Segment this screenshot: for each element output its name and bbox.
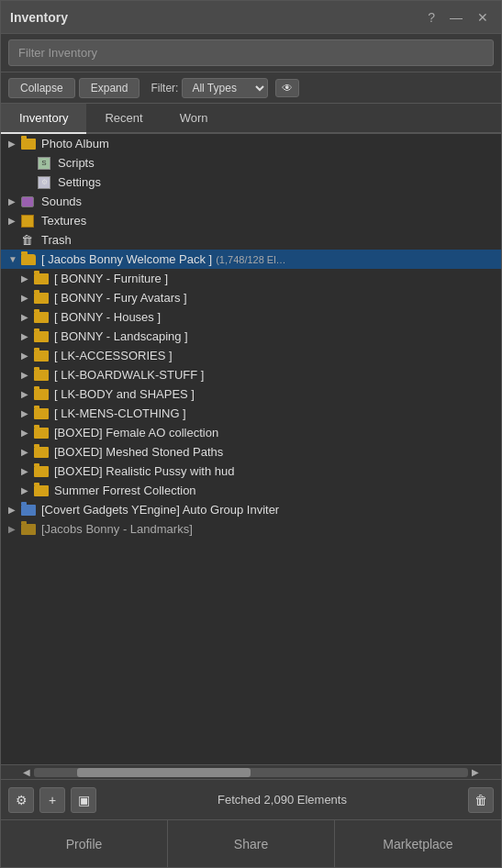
list-item[interactable]: ⚙ Settings (1, 172, 501, 192)
list-item[interactable]: ▶ [BOXED] Realistic Pussy with hud (1, 462, 501, 481)
folder-icon (21, 504, 38, 517)
item-label: [BOXED] Realistic Pussy with hud (54, 464, 235, 478)
tree-arrow: ▶ (21, 293, 34, 303)
tree-arrow: ▶ (21, 447, 34, 457)
close-button[interactable]: ✕ (474, 8, 492, 27)
tree-arrow: ▶ (21, 273, 34, 284)
search-bar (1, 34, 501, 72)
status-text: Fetched 2,090 Elements (102, 793, 463, 807)
folder-button[interactable]: ▣ (71, 787, 96, 813)
item-label: [ Jacobs Bonny Welcome Pack ] (41, 252, 212, 266)
item-label: [ BONNY - Furniture ] (54, 272, 168, 285)
collapse-button[interactable]: Collapse (8, 78, 75, 98)
tree-arrow: ▶ (21, 370, 34, 380)
minimize-button[interactable]: — (446, 8, 466, 27)
item-label: [Jacobs Bonny - Landmarks] (41, 522, 193, 536)
titlebar-controls: ? — ✕ (424, 8, 492, 27)
footer-tab-share[interactable]: Share (168, 820, 335, 867)
filter-select[interactable]: All Types Animations Body Parts Clothing… (182, 78, 268, 98)
list-item[interactable]: ▶ [ LK-BOARDWALK-STUFF ] (1, 365, 501, 384)
scroll-right-arrow[interactable]: ▶ (468, 767, 483, 777)
list-item[interactable]: ▶ [BOXED] Meshed Stoned Paths (1, 442, 501, 462)
item-label: Settings (58, 175, 101, 189)
item-label: Scripts (58, 156, 95, 170)
footer-tab-profile[interactable]: Profile (1, 820, 168, 867)
item-label: [ BONNY - Landscaping ] (54, 329, 188, 343)
script-icon: S (38, 157, 54, 170)
help-button[interactable]: ? (424, 8, 439, 27)
tab-worn[interactable]: Worn (162, 104, 227, 134)
list-item[interactable]: ▼ [ Jacobs Bonny Welcome Pack ] (1,748/1… (1, 250, 501, 269)
item-label: [ BONNY - Fury Avatars ] (54, 291, 187, 305)
item-label: [ LK-BODY and SHAPES ] (54, 387, 195, 401)
list-item[interactable]: ▶ [ LK-ACCESSORIES ] (1, 346, 501, 365)
item-label: [ BONNY - Houses ] (54, 310, 161, 324)
tree-arrow: ▶ (21, 389, 34, 399)
scrollbar-track[interactable] (34, 768, 468, 777)
list-item[interactable]: ▶ [ BONNY - Houses ] (1, 307, 501, 327)
add-button[interactable]: + (39, 787, 65, 813)
list-item[interactable]: ▶ [Jacobs Bonny - Landmarks] (1, 519, 501, 539)
list-item[interactable]: ▶ Sounds (1, 192, 501, 211)
folder-icon (34, 369, 50, 382)
tree-arrow: ▶ (21, 428, 34, 438)
list-item[interactable]: ▶ [ BONNY - Landscaping ] (1, 327, 501, 346)
list-item[interactable]: ▶ [ BONNY - Furniture ] (1, 269, 501, 288)
expand-button[interactable]: Expand (79, 78, 140, 98)
delete-button[interactable]: 🗑 (468, 787, 494, 813)
list-item[interactable]: ▶ [ BONNY - Fury Avatars ] (1, 288, 501, 307)
footer-tab-marketplace[interactable]: Marketplace (335, 820, 501, 867)
folder-icon (34, 484, 50, 497)
item-label: Summer Forrest Collection (54, 484, 196, 497)
folder-icon (34, 407, 50, 420)
list-item[interactable]: ▶ [ LK-MENS-CLOTHING ] (1, 404, 501, 423)
settings-icon: ⚙ (38, 176, 54, 189)
horizontal-scrollbar[interactable]: ◀ ▶ (1, 764, 501, 779)
tree-arrow: ▶ (21, 312, 34, 322)
tab-recent[interactable]: Recent (86, 104, 161, 134)
list-item[interactable]: ▶ Photo Album (1, 134, 501, 153)
scroll-left-arrow[interactable]: ◀ (19, 767, 34, 777)
tree-arrow: ▶ (8, 216, 21, 226)
tree-arrow: ▶ (21, 331, 34, 341)
folder-icon (34, 465, 50, 478)
list-item[interactable]: ▶ [ LK-BODY and SHAPES ] (1, 384, 501, 404)
inventory-tree[interactable]: ▶ Photo Album S Scripts ⚙ Settings ▶ (1, 134, 501, 764)
folder-icon (21, 138, 38, 150)
tab-inventory[interactable]: Inventory (1, 104, 86, 134)
toolbar: Collapse Expand Filter: All Types Animat… (1, 72, 501, 104)
folder-icon (34, 311, 50, 324)
bottom-toolbar: ⚙ + ▣ Fetched 2,090 Elements 🗑 (1, 779, 501, 819)
tree-arrow: ▶ (8, 196, 21, 206)
gear-button[interactable]: ⚙ (8, 787, 34, 813)
folder-icon (34, 427, 50, 440)
sounds-icon (21, 195, 38, 208)
textures-icon (21, 215, 38, 228)
footer-tabs: Profile Share Marketplace (1, 819, 501, 867)
folder-icon (34, 273, 50, 285)
list-item[interactable]: ▶ [Covert Gadgets YEngine] Auto Group In… (1, 500, 501, 519)
tree-arrow: ▶ (21, 485, 34, 495)
folder-icon (34, 292, 50, 305)
item-label: [ LK-ACCESSORIES ] (54, 349, 173, 362)
tree-arrow: ▶ (8, 524, 21, 534)
list-item[interactable]: 🗑 Trash (1, 230, 501, 250)
window-title: Inventory (10, 10, 68, 25)
item-label: Trash (41, 233, 72, 247)
folder-icon (34, 330, 50, 343)
list-item[interactable]: ▶ Textures (1, 211, 501, 230)
item-label: Textures (41, 214, 86, 228)
list-item[interactable]: ▶ Summer Forrest Collection (1, 481, 501, 500)
folder-icon: ▣ (78, 793, 90, 807)
folder-open-icon (21, 253, 38, 266)
visibility-button[interactable]: 👁 (275, 79, 299, 97)
item-count: (1,748/128 El… (216, 254, 285, 265)
filter-label: Filter: (151, 82, 178, 95)
list-item[interactable]: S Scripts (1, 153, 501, 172)
scrollbar-thumb[interactable] (77, 768, 251, 777)
list-item[interactable]: ▶ [BOXED] Female AO collection (1, 423, 501, 442)
item-label: Sounds (41, 195, 82, 208)
search-input[interactable] (8, 39, 494, 66)
item-label: Photo Album (41, 137, 109, 150)
folder-icon (34, 446, 50, 459)
